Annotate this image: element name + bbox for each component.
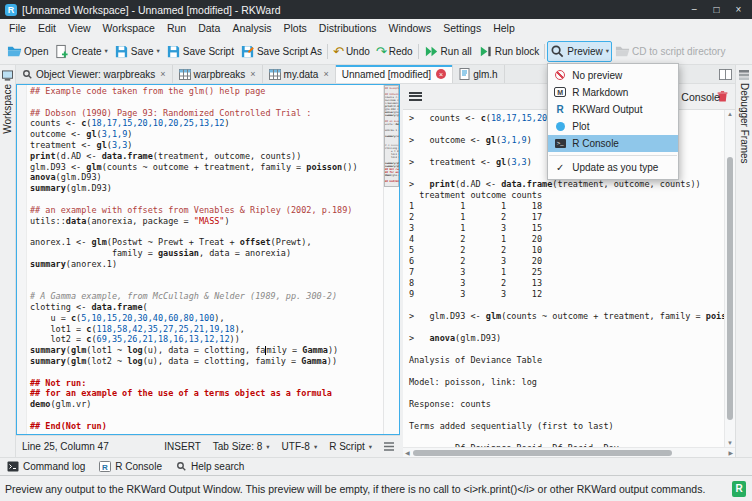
menu-plots[interactable]: Plots [277,19,312,38]
object-viewer-icon [22,69,33,80]
toolbar-separator [544,44,545,59]
scroll-right-icon[interactable]: ▶ [728,449,733,456]
menu-item-update-as-you-type[interactable]: ✓ Update as you type [548,159,678,176]
toolbar-separator [327,44,328,59]
menu-edit[interactable]: Edit [32,19,62,38]
rkward-app-icon: R [5,4,17,16]
tab-warpbreaks[interactable]: warpbreaks × [173,65,263,83]
menu-data[interactable]: Data [192,19,226,38]
menu-workspace[interactable]: Workspace [97,19,161,38]
save-script-as-button[interactable]: Save Script As [237,41,325,62]
preview-button[interactable]: Preview ▾ [547,41,612,62]
menu-item-r-markdown[interactable]: M R Markdown [548,84,678,101]
menu-item-no-preview[interactable]: No preview [548,67,678,84]
tab-my-data[interactable]: my.data × [263,65,336,83]
tab-close-icon[interactable]: × [160,69,165,79]
open-folder-icon [7,44,22,59]
r-console-icon: R [99,461,111,472]
menu-view[interactable]: View [62,19,97,38]
run-block-button[interactable]: Run block [475,41,542,62]
rkward-output-icon: R [554,103,566,115]
maximize-button[interactable]: □ [708,4,725,15]
save-button[interactable]: Save ▾ [111,41,163,62]
r-console-icon: >_ [554,137,566,149]
close-button[interactable]: × [730,4,747,15]
help-search-icon [176,461,187,472]
scrollbar-handle[interactable] [727,157,733,420]
main-toolbar: Open Create ▾ Save ▾ Save Script Save Sc… [0,38,752,65]
tab-close-icon[interactable]: × [250,69,255,79]
run-all-icon [424,44,439,59]
scroll-down-icon[interactable]: ▼ [725,440,735,446]
chevron-down-icon: ▾ [314,443,317,451]
editor-icon-border[interactable] [17,85,27,434]
syntax-mode-selector[interactable]: R Script▾ [329,441,372,452]
menu-item-r-console[interactable]: >_ R Console [548,135,678,152]
menu-settings[interactable]: Settings [437,19,487,38]
insert-mode-indicator[interactable]: INSERT [164,441,201,452]
toolview-r-console[interactable]: R R Console [99,461,162,472]
horizontal-scrollbar[interactable]: ◀ ▶ [403,447,735,457]
menu-item-rkward-output[interactable]: R RKWard Output [548,101,678,118]
minimap-view-handle[interactable] [384,85,399,187]
data-table-icon [269,69,281,80]
tab-glm-h[interactable]: glm.h [453,65,504,83]
workspace-tab-label: Workspace [2,84,13,134]
menu-distributions[interactable]: Distributions [313,19,383,38]
toolview-help-search[interactable]: Help search [176,461,244,472]
menu-windows[interactable]: Windows [383,19,438,38]
no-preview-icon [554,69,566,81]
tab-label: Object Viewer: warpbreaks [36,69,155,80]
scroll-left-icon[interactable]: ◀ [405,449,410,456]
tab-size-selector[interactable]: Tab Size: 8▾ [213,441,270,452]
svg-text:R: R [102,463,108,472]
redo-button[interactable]: ↷ Redo [373,42,416,61]
menu-help[interactable]: Help [487,19,521,38]
titlebar[interactable]: R [Unnamed Workspace] - Unnamed [modifie… [0,0,752,19]
menu-item-plot[interactable]: Plot [548,118,678,135]
minimize-button[interactable]: − [686,4,703,15]
debugger-frames-icon [739,70,749,80]
pane-menu-icon[interactable] [409,92,422,101]
checkmark-icon: ✓ [554,161,566,173]
new-document-icon [54,44,69,59]
scrollbar-handle[interactable] [413,450,672,456]
split-view-icon[interactable] [715,65,735,83]
create-button[interactable]: Create ▾ [51,41,110,62]
vertical-scrollbar[interactable]: ▲ ▼ [724,110,735,447]
tab-close-icon[interactable]: × [323,69,328,79]
preview-button-wrap: Preview ▾ No preview M R Markdown R RKWa… [547,41,612,62]
r-engine-status-indicator: R [732,481,746,497]
run-all-button[interactable]: Run all [421,41,475,62]
menu-analysis[interactable]: Analysis [226,19,277,38]
toolbar-separator [418,44,419,59]
save-script-icon [166,44,181,59]
right-dock-strip: Debugger Frames [735,65,752,457]
tab-unnamed-modified[interactable]: Unnamed [modified] × [336,65,454,83]
open-button[interactable]: Open [4,41,51,62]
script-editor[interactable]: ## Example code taken from the glm() hel… [27,85,383,434]
markdown-icon: M [554,86,566,98]
chevron-down-icon: ▾ [266,443,269,451]
menubar: File Edit View Workspace Run Data Analys… [0,19,752,38]
undo-button[interactable]: ↶ Undo [330,42,373,61]
scroll-up-icon[interactable]: ▲ [725,111,735,117]
tab-object-viewer-warpbreaks[interactable]: Object Viewer: warpbreaks × [16,65,173,83]
save-script-button[interactable]: Save Script [163,41,237,62]
editor-minimap[interactable]: ## Example code taken from the glm() hel… [383,85,399,434]
script-file-icon [459,68,470,80]
sidebar-tab-workspace[interactable]: Workspace [1,65,14,139]
save-script-as-icon [240,44,255,59]
workspace-icon [2,70,13,81]
toolview-command-log[interactable]: Command log [7,461,85,472]
redo-icon: ↷ [376,45,387,58]
statusbar-menu-icon[interactable] [384,442,394,451]
encoding-selector[interactable]: UTF-8▾ [282,441,318,452]
sidebar-tab-debugger-frames[interactable]: Debugger Frames [738,65,751,169]
cursor-position[interactable]: Line 25, Column 47 [22,441,109,452]
menu-run[interactable]: Run [161,19,192,38]
menu-file[interactable]: File [3,19,32,38]
menu-separator [549,155,677,156]
chevron-down-icon: ▾ [606,47,609,55]
document-modified-close-icon[interactable]: × [436,69,446,79]
